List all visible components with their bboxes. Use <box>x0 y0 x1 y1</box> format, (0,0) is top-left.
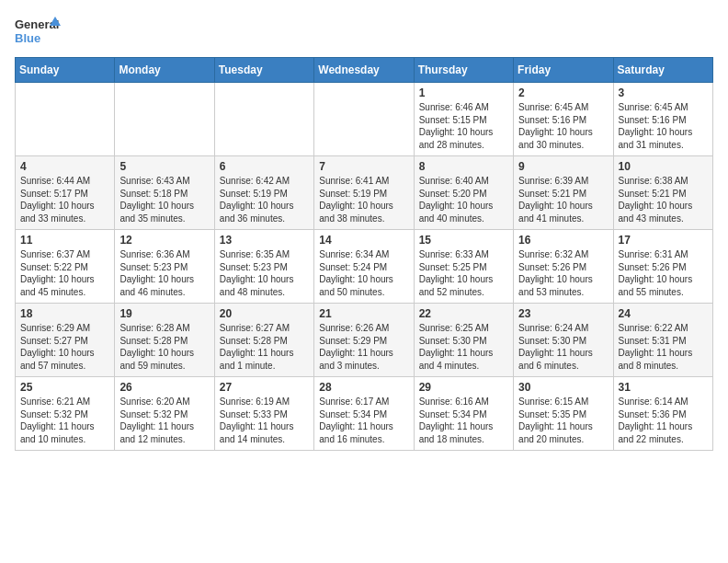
calendar-cell: 28Sunrise: 6:17 AM Sunset: 5:34 PM Dayli… <box>314 377 414 451</box>
day-number: 1 <box>419 86 508 99</box>
calendar-cell: 12Sunrise: 6:36 AM Sunset: 5:23 PM Dayli… <box>115 230 214 304</box>
calendar-cell: 22Sunrise: 6:25 AM Sunset: 5:30 PM Dayli… <box>414 304 513 377</box>
day-content: Sunrise: 6:46 AM Sunset: 5:15 PM Dayligh… <box>419 101 508 151</box>
calendar-cell: 11Sunrise: 6:37 AM Sunset: 5:22 PM Dayli… <box>16 230 115 304</box>
day-number: 13 <box>220 234 309 247</box>
day-content: Sunrise: 6:41 AM Sunset: 5:19 PM Dayligh… <box>319 175 408 224</box>
column-header-tuesday: Tuesday <box>214 58 313 83</box>
column-header-saturday: Saturday <box>613 58 712 83</box>
day-number: 30 <box>518 381 608 394</box>
day-number: 26 <box>119 381 209 394</box>
calendar-cell: 9Sunrise: 6:39 AM Sunset: 5:21 PM Daylig… <box>514 156 613 230</box>
day-content: Sunrise: 6:15 AM Sunset: 5:35 PM Dayligh… <box>518 396 608 445</box>
day-content: Sunrise: 6:35 AM Sunset: 5:23 PM Dayligh… <box>220 248 309 298</box>
calendar-cell: 21Sunrise: 6:26 AM Sunset: 5:29 PM Dayli… <box>314 304 414 377</box>
calendar-cell: 26Sunrise: 6:20 AM Sunset: 5:32 PM Dayli… <box>115 377 214 451</box>
calendar-cell <box>115 83 214 156</box>
day-number: 21 <box>319 307 408 320</box>
day-number: 12 <box>119 234 209 247</box>
day-content: Sunrise: 6:24 AM Sunset: 5:30 PM Dayligh… <box>518 322 608 372</box>
calendar-cell: 17Sunrise: 6:31 AM Sunset: 5:26 PM Dayli… <box>613 230 712 304</box>
column-header-friday: Friday <box>514 58 613 83</box>
day-number: 28 <box>319 381 408 394</box>
day-number: 7 <box>319 160 408 173</box>
day-number: 18 <box>20 307 109 320</box>
day-number: 11 <box>20 234 109 247</box>
day-number: 14 <box>319 234 408 247</box>
day-number: 23 <box>518 307 608 320</box>
calendar-cell: 19Sunrise: 6:28 AM Sunset: 5:28 PM Dayli… <box>115 304 214 377</box>
calendar-cell <box>214 83 313 156</box>
day-content: Sunrise: 6:37 AM Sunset: 5:22 PM Dayligh… <box>20 248 109 298</box>
day-content: Sunrise: 6:19 AM Sunset: 5:33 PM Dayligh… <box>220 396 309 445</box>
calendar-cell: 18Sunrise: 6:29 AM Sunset: 5:27 PM Dayli… <box>16 304 115 377</box>
day-content: Sunrise: 6:31 AM Sunset: 5:26 PM Dayligh… <box>619 248 708 298</box>
day-number: 31 <box>619 381 708 394</box>
calendar-week-row: 4Sunrise: 6:44 AM Sunset: 5:17 PM Daylig… <box>16 156 713 230</box>
day-content: Sunrise: 6:20 AM Sunset: 5:32 PM Dayligh… <box>119 396 209 445</box>
day-content: Sunrise: 6:42 AM Sunset: 5:19 PM Dayligh… <box>220 175 309 224</box>
day-number: 2 <box>518 86 608 99</box>
calendar-week-row: 18Sunrise: 6:29 AM Sunset: 5:27 PM Dayli… <box>16 304 713 377</box>
day-content: Sunrise: 6:39 AM Sunset: 5:21 PM Dayligh… <box>518 175 608 224</box>
header: General Blue <box>15 15 713 48</box>
calendar-cell: 8Sunrise: 6:40 AM Sunset: 5:20 PM Daylig… <box>414 156 513 230</box>
calendar-cell: 30Sunrise: 6:15 AM Sunset: 5:35 PM Dayli… <box>514 377 613 451</box>
day-number: 5 <box>119 160 209 173</box>
calendar-cell: 24Sunrise: 6:22 AM Sunset: 5:31 PM Dayli… <box>613 304 712 377</box>
column-header-thursday: Thursday <box>414 58 513 83</box>
calendar-header-row: SundayMondayTuesdayWednesdayThursdayFrid… <box>16 58 713 83</box>
day-number: 17 <box>619 234 708 247</box>
day-content: Sunrise: 6:44 AM Sunset: 5:17 PM Dayligh… <box>20 175 109 224</box>
day-number: 19 <box>119 307 209 320</box>
calendar-week-row: 1Sunrise: 6:46 AM Sunset: 5:15 PM Daylig… <box>16 83 713 156</box>
day-content: Sunrise: 6:26 AM Sunset: 5:29 PM Dayligh… <box>319 322 408 372</box>
day-content: Sunrise: 6:36 AM Sunset: 5:23 PM Dayligh… <box>119 248 209 298</box>
day-number: 9 <box>518 160 608 173</box>
day-content: Sunrise: 6:45 AM Sunset: 5:16 PM Dayligh… <box>518 101 608 151</box>
column-header-wednesday: Wednesday <box>314 58 414 83</box>
day-content: Sunrise: 6:29 AM Sunset: 5:27 PM Dayligh… <box>20 322 109 372</box>
day-content: Sunrise: 6:38 AM Sunset: 5:21 PM Dayligh… <box>619 175 708 224</box>
calendar-cell: 16Sunrise: 6:32 AM Sunset: 5:26 PM Dayli… <box>514 230 613 304</box>
day-number: 25 <box>20 381 109 394</box>
day-content: Sunrise: 6:43 AM Sunset: 5:18 PM Dayligh… <box>119 175 209 224</box>
calendar-cell: 1Sunrise: 6:46 AM Sunset: 5:15 PM Daylig… <box>414 83 513 156</box>
day-number: 16 <box>518 234 608 247</box>
calendar-cell: 5Sunrise: 6:43 AM Sunset: 5:18 PM Daylig… <box>115 156 214 230</box>
day-content: Sunrise: 6:45 AM Sunset: 5:16 PM Dayligh… <box>619 101 708 151</box>
day-content: Sunrise: 6:16 AM Sunset: 5:34 PM Dayligh… <box>419 396 508 445</box>
calendar-cell: 20Sunrise: 6:27 AM Sunset: 5:28 PM Dayli… <box>214 304 313 377</box>
calendar-cell: 7Sunrise: 6:41 AM Sunset: 5:19 PM Daylig… <box>314 156 414 230</box>
calendar-cell: 10Sunrise: 6:38 AM Sunset: 5:21 PM Dayli… <box>613 156 712 230</box>
day-number: 24 <box>619 307 708 320</box>
day-number: 3 <box>619 86 708 99</box>
logo: General Blue <box>15 15 61 48</box>
calendar-cell: 31Sunrise: 6:14 AM Sunset: 5:36 PM Dayli… <box>613 377 712 451</box>
calendar-cell: 13Sunrise: 6:35 AM Sunset: 5:23 PM Dayli… <box>214 230 313 304</box>
day-number: 20 <box>220 307 309 320</box>
day-number: 22 <box>419 307 508 320</box>
day-content: Sunrise: 6:27 AM Sunset: 5:28 PM Dayligh… <box>220 322 309 372</box>
day-number: 27 <box>220 381 309 394</box>
calendar-table: SundayMondayTuesdayWednesdayThursdayFrid… <box>15 57 713 451</box>
day-number: 8 <box>419 160 508 173</box>
day-number: 6 <box>220 160 309 173</box>
day-content: Sunrise: 6:33 AM Sunset: 5:25 PM Dayligh… <box>419 248 508 298</box>
calendar-cell <box>16 83 115 156</box>
calendar-cell: 14Sunrise: 6:34 AM Sunset: 5:24 PM Dayli… <box>314 230 414 304</box>
day-content: Sunrise: 6:28 AM Sunset: 5:28 PM Dayligh… <box>119 322 209 372</box>
calendar-week-row: 11Sunrise: 6:37 AM Sunset: 5:22 PM Dayli… <box>16 230 713 304</box>
day-number: 4 <box>20 160 109 173</box>
day-content: Sunrise: 6:22 AM Sunset: 5:31 PM Dayligh… <box>619 322 708 372</box>
day-content: Sunrise: 6:34 AM Sunset: 5:24 PM Dayligh… <box>319 248 408 298</box>
calendar-week-row: 25Sunrise: 6:21 AM Sunset: 5:32 PM Dayli… <box>16 377 713 451</box>
calendar-cell: 4Sunrise: 6:44 AM Sunset: 5:17 PM Daylig… <box>16 156 115 230</box>
day-number: 10 <box>619 160 708 173</box>
day-content: Sunrise: 6:17 AM Sunset: 5:34 PM Dayligh… <box>319 396 408 445</box>
day-number: 29 <box>419 381 508 394</box>
calendar-cell: 2Sunrise: 6:45 AM Sunset: 5:16 PM Daylig… <box>514 83 613 156</box>
calendar-cell: 29Sunrise: 6:16 AM Sunset: 5:34 PM Dayli… <box>414 377 513 451</box>
column-header-sunday: Sunday <box>16 58 115 83</box>
calendar-cell: 6Sunrise: 6:42 AM Sunset: 5:19 PM Daylig… <box>214 156 313 230</box>
